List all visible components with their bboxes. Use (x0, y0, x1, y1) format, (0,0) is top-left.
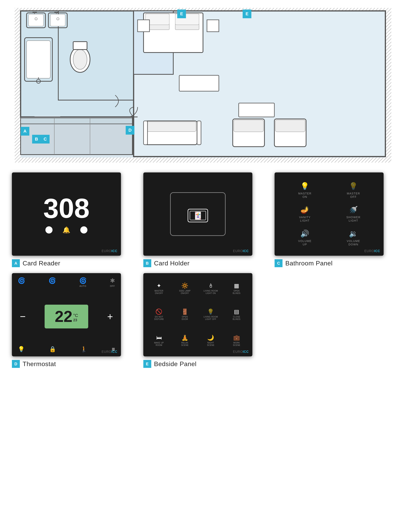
card-holder-item: 🃏 EUROICC B Card Holder (143, 173, 263, 267)
bedside-btn-livinglight-off[interactable]: 💡 LIVING ROOMLIGHT OFF (198, 302, 223, 327)
devices-row-1: 308 🔔 EUROICC A Card Reader (0, 166, 406, 273)
fan-auto-label: AUTO (80, 285, 87, 287)
thermo-fan-low[interactable]: 🌀 (18, 277, 25, 285)
device-label-text-a: Card Reader (23, 260, 60, 267)
bath-label-vol-up: VOLUMEUP (298, 239, 312, 246)
close-blinds-icon: ▤ (234, 309, 239, 315)
svg-rect-47 (21, 118, 133, 124)
thermo-unit: °C (73, 313, 78, 318)
dnd-room-icon: 🚫 (155, 309, 162, 315)
fan-auto-icon: 🌀 (79, 277, 87, 284)
card-holder-label: B Card Holder (143, 259, 190, 267)
bedside-label-work: WORKSCENE (233, 342, 240, 346)
device-badge-e: E (143, 360, 151, 368)
card-holder-content: 🃏 (143, 173, 252, 256)
bedside-label-master: MASTERON/OFF (155, 290, 164, 295)
device-badge-c: C (275, 259, 283, 267)
bedside-btn-night[interactable]: 🌙 NIGHTSCENE (198, 328, 223, 353)
bath-btn-shower[interactable]: 🚿 SHOWERLIGHT (329, 202, 378, 226)
euoricc-logo-b: EUROICC (233, 249, 249, 253)
thermo-fan-med[interactable]: 🌀 (49, 277, 56, 285)
bedside-panel-item: ✦ MASTERON/OFF 🔆 SIDE LAMPON/OFF 🕯 LIVIN… (143, 273, 263, 368)
device-label-text-b: Card Holder (154, 260, 190, 267)
open-blinds-icon: ▦ (234, 283, 239, 289)
side-lamp-icon: 🔆 (181, 283, 188, 289)
thermo-increase-button[interactable]: + (107, 312, 113, 322)
svg-rect-43 (234, 120, 263, 132)
svg-rect-37 (179, 75, 219, 91)
bedside-btn-dnd[interactable]: 🚫 DO NOTDISTURB (146, 302, 172, 327)
svg-rect-40 (144, 121, 147, 145)
bedside-btn-open-blinds[interactable]: ▦ OPENBLINDS (224, 276, 249, 302)
bedside-label-dnd: DO NOTDISTURB (154, 316, 164, 321)
bedside-label-open-blinds: OPENBLINDS (233, 290, 240, 295)
device-label-text-e: Bedside Panel (154, 360, 197, 368)
bedside-btn-master[interactable]: ✦ MASTERON/OFF (146, 276, 172, 302)
bath-btn-vol-down[interactable]: 🔉 VOLUMEDOWN (329, 226, 378, 250)
thermo-light-button[interactable]: 💡 (18, 346, 25, 352)
bedside-btn-sidelamp[interactable]: 🔆 SIDE LAMPON/OFF (172, 276, 197, 302)
svg-rect-14 (27, 41, 50, 78)
thermo-decrease-button[interactable]: − (20, 312, 26, 322)
thermo-fan-row: 🌀 🌀 🌀 AUTO ✱ OFF (18, 277, 115, 287)
thermostat-panel: 🌀 🌀 🌀 AUTO ✱ OFF (12, 273, 121, 356)
bedside-btn-livinglight-on[interactable]: 🕯 LIVING ROOMLIGHT ON (198, 276, 223, 302)
thermo-fan-off[interactable]: ✱ OFF (110, 277, 115, 287)
dnd-icon: 🚶 (80, 346, 87, 352)
svg-rect-29 (73, 42, 87, 50)
light-on-icon: 💡 (300, 182, 309, 190)
thermo-dnd-button[interactable]: 🚶 (80, 346, 87, 352)
bath-label-master-off: MASTEROFF (347, 192, 360, 199)
device-label-text-c: Bathroom Panel (285, 260, 333, 267)
status-dot-left (45, 226, 52, 233)
work-icon: 💼 (233, 335, 240, 340)
relax-icon: 🧘 (181, 335, 188, 340)
euoricc-logo-e: EUROICC (233, 350, 249, 354)
fan-off-label: OFF (110, 285, 115, 287)
thermo-current-temp: 22 (55, 309, 72, 324)
bath-label-shower: SHOWERLIGHT (346, 216, 360, 223)
thermo-lock-button[interactable]: 🔒 (49, 346, 56, 352)
fan-low-icon: 🌀 (18, 277, 25, 284)
svg-rect-41 (197, 121, 201, 145)
euoricc-logo-a: EUROICC (102, 249, 117, 253)
volume-down-icon: 🔉 (349, 230, 358, 238)
bedside-btn-makeroom[interactable]: 🛏 MAKE UPROOM (146, 328, 172, 353)
bath-btn-vol-up[interactable]: 🔊 VOLUMEUP (281, 226, 329, 250)
marker-e2: E (243, 9, 251, 18)
thermo-fan-auto[interactable]: 🌀 AUTO (79, 277, 87, 287)
card-slot-icon: 🃏 (186, 205, 210, 223)
bath-label-master-on: MASTERON (298, 192, 312, 199)
bath-btn-vanity[interactable]: 🪔 VANITYLIGHT (281, 202, 329, 226)
euoricc-logo-c: EUROICC (364, 249, 380, 253)
bedside-btn-relax[interactable]: 🧘 RELAXSCENE (172, 328, 197, 353)
bedside-label-sidelamp: SIDE LAMPON/OFF (179, 290, 190, 295)
bath-label-vol-down: VOLUMEDOWN (347, 239, 360, 246)
bedside-label-open-door: OPENDOOR (181, 316, 188, 321)
bedside-btn-close-blinds[interactable]: ▤ CLOSEBLINDS (224, 302, 249, 327)
bedside-label-livinglight-on: LIVING ROOMLIGHT ON (203, 290, 218, 295)
bedside-btn-open-door[interactable]: 🚪 OPENDOOR (172, 302, 197, 327)
svg-text:🃏: 🃏 (193, 211, 202, 220)
devices-row-2: 🌀 🌀 🌀 AUTO ✱ OFF (0, 273, 406, 376)
bath-btn-master-on[interactable]: 💡 MASTERON (281, 178, 329, 202)
marker-d: D (126, 126, 134, 135)
bathroom-panel: 💡 MASTERON 💡 MASTEROFF 🪔 VANITYLIGHT 🚿 S… (275, 173, 384, 256)
open-door-icon: 🚪 (181, 309, 188, 315)
bedside-label-relax: RELAXSCENE (181, 342, 188, 346)
card-reader-item: 308 🔔 EUROICC A Card Reader (12, 173, 131, 267)
bedside-btn-work[interactable]: 💼 WORKSCENE (224, 328, 249, 353)
card-reader-content: 308 🔔 (12, 173, 121, 256)
thermo-setpoint: 23 (73, 318, 77, 322)
card-slot: 🃏 (170, 192, 226, 236)
bathroom-panel-label: C Bathroom Panel (275, 259, 333, 267)
euoricc-logo-d: EUROICC (102, 350, 117, 354)
bedside-label-makeroom: MAKE UPROOM (154, 342, 164, 346)
living-light-on-icon: 🕯 (208, 283, 213, 289)
device-badge-d: D (12, 360, 20, 368)
bath-btn-master-off[interactable]: 💡 MASTEROFF (329, 178, 378, 202)
bedside-panel-content: ✦ MASTERON/OFF 🔆 SIDE LAMPON/OFF 🕯 LIVIN… (143, 273, 252, 356)
svg-rect-36 (207, 20, 219, 32)
thermo-display: 22 °C 23 (45, 305, 88, 328)
thermostat-label: D Thermostat (12, 360, 56, 368)
